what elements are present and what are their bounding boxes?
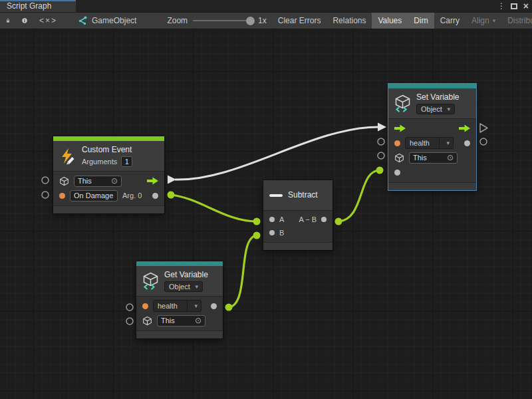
value-output-port[interactable]: [464, 140, 470, 146]
node-title: Subtract: [288, 190, 318, 200]
event-name-port[interactable]: [59, 193, 65, 199]
target-port-row: This ⊙: [53, 174, 164, 188]
custom-event-header: Custom Event Arguments 1: [53, 141, 164, 171]
flow-output-port[interactable]: [147, 177, 158, 186]
arguments-count-input[interactable]: 1: [121, 156, 132, 167]
cube-icon: [142, 316, 152, 326]
get-variable-header: Get Variable Object ▾: [136, 266, 223, 296]
custom-event-body: This ⊙ On Damage Arg. 0: [53, 171, 164, 205]
result-label: A − B: [299, 215, 317, 223]
dropdown-divider: [187, 301, 188, 311]
window-menu-icon[interactable]: ⋮: [497, 0, 505, 12]
flow-port-row: [388, 121, 476, 136]
target-port-row: This ⊙: [136, 313, 223, 328]
distribute-label: Distribute: [507, 16, 532, 25]
node-subtract[interactable]: Subtract A A − B B: [263, 180, 332, 250]
info-icon: [22, 16, 27, 25]
flow-input-port[interactable]: [394, 124, 406, 133]
new-value-input-port[interactable]: [394, 170, 400, 176]
result-output-port[interactable]: [321, 217, 327, 222]
flow-output-port[interactable]: [459, 124, 470, 133]
node-title: Get Variable: [164, 270, 208, 280]
graph-target-section[interactable]: GameObject: [63, 13, 143, 29]
relations-button[interactable]: Relations: [327, 13, 372, 29]
object-picker-icon: ⊙: [447, 154, 454, 161]
node-set-variable[interactable]: Set Variable Object ▾ health ▾: [388, 84, 476, 190]
align-dropdown[interactable]: Align ▾: [466, 13, 501, 29]
object-picker-icon: ⊙: [195, 317, 201, 324]
graph-target-label: GameObject: [92, 16, 136, 25]
node-get-variable[interactable]: Get Variable Object ▾ health ▾: [136, 261, 223, 338]
chevron-down-icon: ▾: [443, 140, 453, 146]
target-value: This: [161, 317, 192, 325]
subtract-icon: [269, 194, 283, 197]
clear-errors-button[interactable]: Clear Errors: [272, 13, 327, 29]
chevron-down-icon: ▾: [493, 17, 496, 24]
variable-name-value: health: [410, 139, 436, 147]
variable-name-row: health ▾: [136, 299, 223, 313]
variable-name-dropdown[interactable]: health ▾: [153, 300, 201, 312]
tab-title: Script Graph: [7, 1, 51, 11]
variable-color-strip: [388, 84, 476, 88]
script-graph-window: Script Graph ⋮ × <×>: [0, 0, 532, 399]
variable-name-port[interactable]: [142, 303, 148, 309]
node-title: Custom Event: [82, 145, 132, 155]
variable-cube-icon: [142, 272, 159, 291]
variable-name-value: health: [158, 302, 184, 310]
target-field[interactable]: This ⊙: [157, 315, 205, 327]
maximize-icon[interactable]: [511, 0, 517, 12]
lock-icon: [6, 16, 10, 25]
set-variable-body: health ▾ This ⊙: [388, 118, 476, 182]
lock-button[interactable]: [0, 13, 16, 29]
object-picker-icon: ⊙: [111, 178, 118, 184]
event-port-row: On Damage Arg. 0: [53, 188, 164, 203]
event-name-field[interactable]: On Damage: [70, 190, 118, 201]
set-variable-header: Set Variable Object ▾: [388, 88, 476, 118]
input-a-port[interactable]: [269, 217, 275, 222]
input-b-port[interactable]: [269, 230, 275, 235]
code-view-button[interactable]: <×>: [33, 13, 63, 29]
align-label: Align: [471, 16, 489, 25]
variable-name-port[interactable]: [394, 140, 400, 146]
variable-color-strip: [136, 261, 223, 266]
arguments-label: Arguments: [82, 158, 117, 166]
values-toggle[interactable]: Values: [372, 13, 408, 29]
value-output-port[interactable]: [211, 303, 217, 309]
zoom-label: Zoom: [167, 16, 188, 25]
variable-name-dropdown[interactable]: health ▾: [405, 137, 454, 149]
scope-value: Object: [421, 105, 444, 113]
zoom-slider-handle[interactable]: [246, 17, 255, 25]
variable-scope-dropdown[interactable]: Object ▾: [416, 104, 455, 114]
info-button[interactable]: [16, 13, 33, 29]
graph-toolbar: <×> GameObject Zoom 1x Clear Errors Rela…: [0, 12, 532, 29]
target-field[interactable]: This ⊙: [74, 176, 122, 187]
tab-script-graph[interactable]: Script Graph: [0, 0, 76, 12]
dim-toggle[interactable]: Dim: [408, 13, 434, 29]
subtract-body: A A − B B: [263, 210, 332, 242]
dropdown-divider: [439, 138, 440, 148]
chevron-down-icon: ▾: [195, 283, 198, 290]
variable-scope-dropdown[interactable]: Object ▾: [164, 281, 203, 292]
input-a-label: A: [279, 215, 284, 223]
close-icon[interactable]: ×: [523, 0, 529, 12]
carry-toggle[interactable]: Carry: [434, 13, 466, 29]
input-b-label: B: [279, 229, 284, 237]
node-footer: [263, 242, 332, 250]
value-input-row: [388, 165, 476, 180]
event-name-value: On Damage: [74, 192, 114, 200]
target-field[interactable]: This ⊙: [409, 152, 458, 164]
custom-event-icon: [59, 148, 76, 165]
arg0-output-port[interactable]: [152, 193, 158, 199]
script-graph-icon: [76, 16, 87, 26]
node-custom-event[interactable]: Custom Event Arguments 1 This ⊙: [53, 136, 164, 213]
zoom-slider[interactable]: [193, 20, 253, 21]
target-port-row: This ⊙: [388, 150, 476, 165]
node-footer: [53, 205, 164, 213]
cube-icon: [394, 153, 404, 163]
subtract-header: Subtract: [263, 180, 332, 210]
cube-icon: [59, 176, 69, 186]
target-value: This: [413, 154, 444, 162]
toolbar-spacer: [143, 13, 162, 29]
chevron-down-icon: ▾: [191, 303, 201, 309]
distribute-dropdown[interactable]: Distribute ▾: [501, 13, 532, 29]
